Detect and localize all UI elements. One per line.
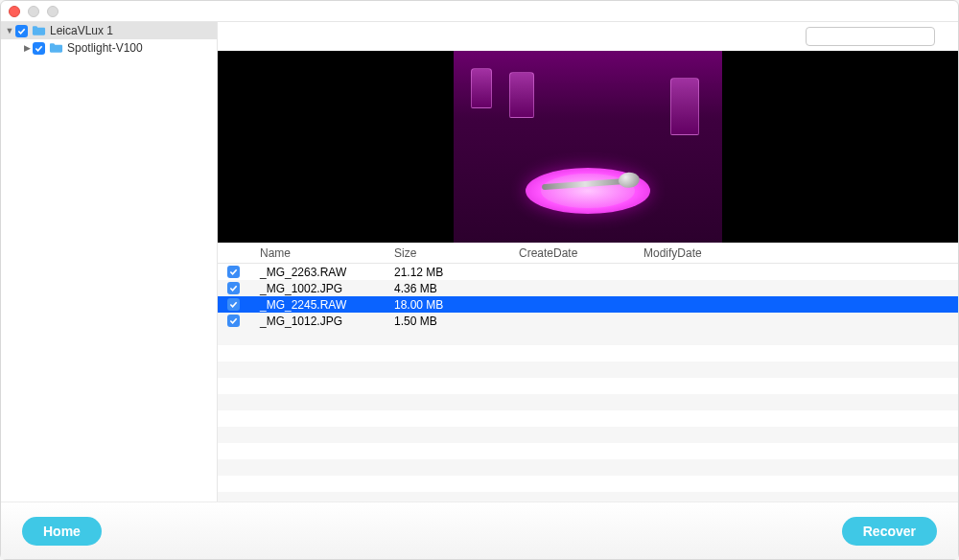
preview-thumbnail [454, 51, 722, 243]
row-checkbox[interactable] [227, 298, 240, 311]
window-zoom-button[interactable] [47, 6, 58, 17]
row-checkbox[interactable] [227, 315, 240, 327]
table-row[interactable]: _MG_1002.JPG4.36 MB [218, 280, 958, 296]
cell-name: _MG_1002.JPG [256, 282, 390, 295]
main-panel: Name Size CreateDate ModifyDate _MG_2263… [218, 22, 958, 502]
table-row[interactable]: _MG_2263.RAW21.12 MB [218, 264, 958, 280]
tree-label: Spotlight-V100 [67, 41, 143, 55]
tree-item-child[interactable]: ▶ Spotlight-V100 [1, 39, 217, 57]
cell-name: _MG_1012.JPG [256, 315, 390, 328]
window-close-button[interactable] [9, 6, 20, 17]
recover-button[interactable]: Recover [842, 517, 937, 546]
empty-rows [218, 329, 958, 502]
footer: Home Recover [1, 502, 958, 559]
titlebar [1, 1, 958, 22]
col-size[interactable]: Size [390, 246, 515, 260]
cell-name: _MG_2263.RAW [256, 266, 390, 279]
app-window: ▼ LeicaVLux 1 ▶ Spotlight-V100 [0, 0, 959, 560]
folder-icon [49, 42, 63, 54]
folder-tree: ▼ LeicaVLux 1 ▶ Spotlight-V100 [1, 22, 218, 502]
col-name[interactable]: Name [256, 246, 390, 260]
image-preview [218, 51, 958, 243]
search-input[interactable] [815, 31, 947, 42]
row-checkbox[interactable] [227, 266, 240, 278]
file-table: Name Size CreateDate ModifyDate _MG_2263… [218, 243, 958, 502]
col-modifydate[interactable]: ModifyDate [640, 246, 958, 260]
search-field[interactable] [806, 27, 935, 46]
cell-size: 4.36 MB [390, 282, 515, 295]
window-minimize-button[interactable] [28, 6, 39, 17]
folder-icon [32, 25, 46, 36]
tree-checkbox[interactable] [33, 42, 45, 55]
table-header: Name Size CreateDate ModifyDate [218, 243, 958, 264]
toolbar [794, 22, 947, 51]
col-createdate[interactable]: CreateDate [515, 246, 640, 260]
cell-size: 21.12 MB [390, 266, 515, 279]
row-checkbox[interactable] [227, 282, 240, 294]
disclosure-triangle-icon[interactable]: ▶ [22, 43, 32, 53]
table-row[interactable]: _MG_1012.JPG1.50 MB [218, 313, 958, 329]
tree-checkbox[interactable] [15, 25, 28, 37]
cell-name: _MG_2245.RAW [256, 298, 390, 312]
content-row: ▼ LeicaVLux 1 ▶ Spotlight-V100 [1, 22, 958, 502]
cell-size: 1.50 MB [390, 315, 515, 328]
table-row[interactable]: _MG_2245.RAW18.00 MB [218, 296, 958, 313]
tree-label: LeicaVLux 1 [50, 24, 113, 37]
disclosure-triangle-icon[interactable]: ▼ [5, 26, 14, 35]
home-button[interactable]: Home [22, 517, 102, 546]
cell-size: 18.00 MB [390, 298, 515, 312]
tree-item-root[interactable]: ▼ LeicaVLux 1 [1, 22, 217, 39]
